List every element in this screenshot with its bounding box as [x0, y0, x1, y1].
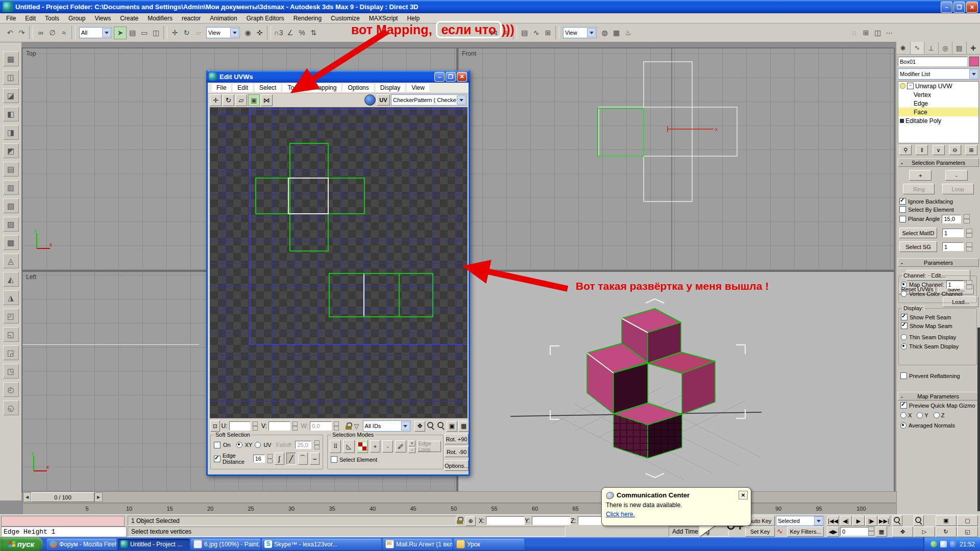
thin-seam-display-radio[interactable] — [901, 334, 907, 340]
spinner-snap-icon[interactable]: ⇅ — [308, 27, 320, 39]
snaps-toggle-icon[interactable]: ∩3 — [273, 27, 284, 39]
key-filters-button[interactable]: Key Filters... — [787, 527, 824, 537]
walk-through-icon[interactable]: ▷ — [914, 527, 935, 537]
matid-spinner[interactable] — [966, 229, 972, 238]
rectangular-selection-region-icon[interactable]: ▭ — [138, 27, 150, 39]
create-deforming-mesh-collection-icon[interactable]: ◨ — [3, 125, 19, 140]
new-key-mode-icon[interactable]: ∿ — [777, 527, 783, 535]
prevent-reflattening-checkbox[interactable] — [900, 372, 907, 379]
select-and-link-icon[interactable]: ∞ — [35, 27, 46, 39]
falloff-linear-icon[interactable]: ╱ — [286, 453, 296, 465]
map-channel-field[interactable]: 1 — [946, 281, 964, 289]
mirror-icon[interactable]: ⋈ — [261, 94, 273, 106]
create-fracture-icon[interactable]: ◱ — [3, 327, 19, 342]
edge-loop-button[interactable]: Edge Loop — [418, 441, 441, 452]
tab-motion[interactable]: ◎ — [939, 42, 953, 54]
map-x-radio[interactable] — [900, 412, 906, 418]
menu-views[interactable]: Views — [90, 14, 115, 22]
zoom-extents-icon[interactable]: ▣ — [447, 421, 457, 432]
stack-unwrap-uvw[interactable]: −Unwrap UVW — [898, 82, 978, 90]
named-selection-sets-icon[interactable]: ◌ — [848, 27, 860, 39]
min-max-toggle-icon[interactable]: ◱ — [957, 527, 978, 537]
ignore-backfacing-checkbox[interactable] — [899, 198, 906, 205]
select-matid-button[interactable]: Select MatID — [899, 228, 937, 238]
configure-modifier-sets-icon[interactable]: ⊞ — [965, 145, 977, 155]
time-back-arrow[interactable]: ◀ — [23, 492, 31, 502]
viewport-front[interactable]: Front x — [458, 48, 894, 270]
uvw-menu-select[interactable]: Select — [255, 84, 281, 92]
select-object-icon[interactable]: ➤ — [114, 27, 127, 39]
map-y-radio[interactable] — [917, 412, 923, 418]
uvw-menu-tools[interactable]: Tools — [283, 84, 306, 92]
move-icon[interactable]: ✛ — [210, 94, 222, 106]
x-coord-field[interactable] — [486, 516, 525, 525]
maximize-button[interactable]: ❐ — [446, 72, 456, 82]
vertex-color-channel-radio[interactable] — [901, 291, 907, 297]
map-z-radio[interactable] — [934, 412, 940, 418]
y-coord-field[interactable] — [532, 516, 571, 525]
play-animation-icon[interactable]: ▶ — [852, 516, 865, 526]
uvw-menu-display[interactable]: Display — [376, 84, 405, 92]
edge-distance-field[interactable]: 16 — [253, 455, 265, 463]
frame-spinner[interactable] — [868, 527, 874, 536]
falloff-spinner[interactable] — [314, 440, 320, 449]
apply-rope-modifier-icon[interactable]: ▥ — [3, 180, 19, 195]
communication-center-balloon[interactable]: Communication Center ✕ There is new data… — [601, 487, 751, 526]
select-and-uniform-scale-icon[interactable]: ▱ — [192, 27, 204, 39]
collapse-icon[interactable]: − — [907, 83, 914, 89]
minimize-button[interactable]: – — [434, 72, 445, 82]
planar-angle-spinner[interactable] — [964, 214, 970, 223]
uvw-menu-mapping[interactable]: Mapping — [308, 84, 341, 92]
zoom-icon[interactable] — [426, 421, 435, 430]
xy-radio[interactable] — [236, 442, 242, 448]
w-field[interactable]: 0,0 — [310, 421, 332, 431]
menu-create[interactable]: Create — [116, 14, 142, 22]
time-slider-handle[interactable]: 0 / 100 — [31, 492, 94, 502]
viewport-top-label[interactable]: Top — [26, 50, 36, 57]
clock[interactable]: 21:52 — [960, 541, 975, 548]
menu-tools[interactable]: Tools — [41, 14, 63, 22]
create-constraint-solver-icon[interactable]: ◳ — [3, 364, 19, 379]
map-channel-radio[interactable] — [901, 282, 907, 288]
filter-selected-faces-icon[interactable]: ▽ — [354, 422, 359, 430]
zoom-icon[interactable] — [892, 515, 902, 526]
taskbar-task-folder[interactable]: Урок — [454, 539, 524, 550]
spacing-tool-icon[interactable]: ⋯ — [884, 27, 895, 39]
vertex-sub-object-icon[interactable]: ⠿ — [330, 440, 341, 453]
stack-vertex[interactable]: Vertex — [898, 90, 978, 99]
zoom-region-icon[interactable]: ▢ — [957, 515, 978, 526]
menu-file[interactable]: File — [2, 14, 20, 22]
pin-stack-icon[interactable]: ⚲ — [899, 145, 912, 155]
uv-face-cluster-strip[interactable] — [329, 273, 433, 317]
object-color-swatch[interactable] — [969, 57, 979, 66]
absolute-mode-icon[interactable]: ⊡ — [210, 420, 220, 432]
material-editor-icon[interactable]: ◍ — [599, 27, 610, 39]
remove-modifier-icon[interactable]: ⊖ — [949, 145, 961, 155]
maximize-button[interactable]: ❐ — [953, 2, 965, 13]
menu-help[interactable]: Help — [403, 14, 424, 22]
go-to-start-icon[interactable]: |◀◀ — [827, 516, 839, 526]
edge-sub-object-icon[interactable]: ◺ — [343, 440, 354, 453]
apply-cloth-modifier-icon[interactable]: ◩ — [3, 143, 19, 158]
loop-button[interactable]: Loop — [942, 184, 974, 194]
paint-select-icon[interactable]: 🖉 — [395, 440, 406, 453]
ring-button[interactable]: Ring — [903, 184, 935, 194]
render-last-icon[interactable]: ♨ — [622, 27, 634, 39]
options-button[interactable]: Options... — [445, 460, 469, 471]
unlink-selection-icon[interactable]: ∅ — [46, 27, 58, 39]
key-mode-toggle-icon[interactable]: ◀▶ — [827, 527, 839, 537]
uv-edge-selected[interactable] — [363, 274, 364, 316]
create-spring-icon[interactable]: ▨ — [3, 217, 19, 232]
menu-group[interactable]: Group — [64, 14, 89, 22]
uvw-menu-options[interactable]: Options — [343, 84, 373, 92]
menu-animation[interactable]: Animation — [206, 14, 241, 22]
uvw-menu-edit[interactable]: Edit — [233, 84, 253, 92]
select-by-element-checkbox[interactable] — [899, 206, 906, 213]
array-icon[interactable]: ⊞ — [860, 27, 872, 39]
create-plane-primitive-icon[interactable]: ▧ — [3, 198, 19, 213]
render-setup-icon[interactable]: ▦ — [610, 27, 622, 39]
click-here-link[interactable]: Click here. — [602, 510, 639, 519]
arc-rotate-icon[interactable]: ↻ — [936, 527, 957, 537]
menu-modifiers[interactable]: Modifiers — [143, 14, 177, 22]
menu-edit[interactable]: Edit — [21, 14, 40, 22]
